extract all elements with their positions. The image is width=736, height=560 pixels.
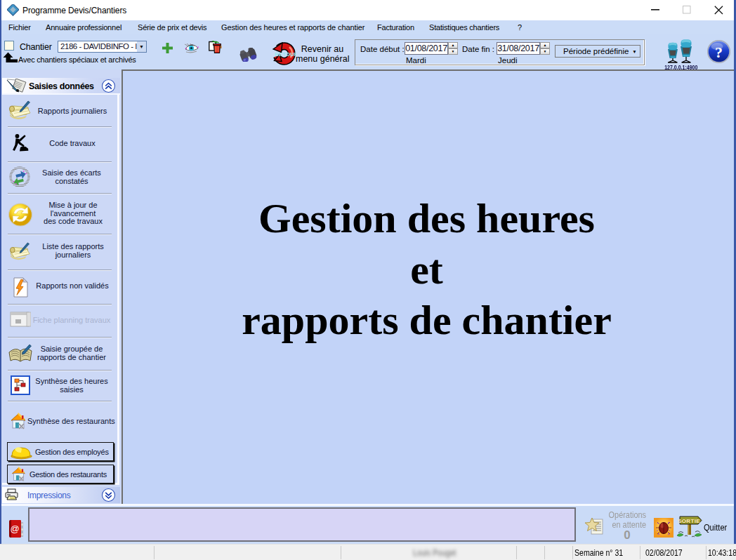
svg-text:RETOUR: RETOUR <box>275 51 296 58</box>
svg-text:SORTIE: SORTIE <box>678 518 700 524</box>
svg-text:?: ? <box>715 44 723 61</box>
svg-text:@: @ <box>10 524 19 534</box>
